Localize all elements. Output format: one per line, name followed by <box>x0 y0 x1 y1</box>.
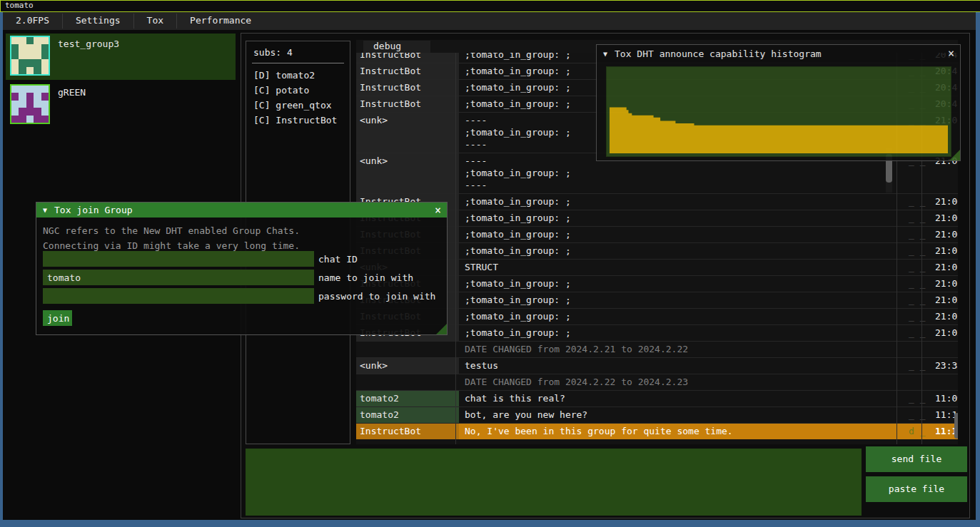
sidebar-item-test-group3[interactable]: test_group3 <box>6 34 236 80</box>
collapse-icon[interactable]: ▼ <box>43 206 47 214</box>
message-text: ;tomato_in_group: ; <box>459 243 904 259</box>
chat-row[interactable]: tomato2bot, are you new here?_ _11:14 <box>356 406 958 423</box>
menu-item-tox[interactable]: Tox <box>134 12 176 30</box>
subs-item-potato[interactable]: [C] potato <box>246 83 350 98</box>
message-flags: _ _ <box>904 292 932 308</box>
message-text: ;tomato_in_group: ; <box>459 227 904 242</box>
avatar-pixel <box>11 37 19 44</box>
message-flags: d _ <box>904 424 932 439</box>
subs-header: subs: 4 <box>253 47 350 58</box>
group-name: gREEN <box>58 87 86 123</box>
avatar-pixel <box>19 93 26 100</box>
avatar-pixel <box>19 67 26 74</box>
peer-name: potato <box>276 85 309 96</box>
date-row[interactable]: DATE CHANGED from 2024.2.21 to 2024.2.22 <box>356 341 958 357</box>
subs-item-green-qtox[interactable]: [C] green_qtox <box>246 98 350 113</box>
avatar-pixel <box>26 116 34 123</box>
avatar-pixel <box>41 37 49 44</box>
message-flags: _ _ <box>904 227 932 242</box>
histogram-window-title-bar[interactable]: ▼ Tox DHT announce capability histogram … <box>597 45 960 62</box>
menu-item-performance[interactable]: Performance <box>177 12 264 30</box>
window-frame-right <box>976 12 980 527</box>
avatar-pixel <box>26 44 34 51</box>
join-group-window[interactable]: ▼ Tox join Group × NGC refers to the New… <box>36 202 448 335</box>
peer-name: tomato2 <box>276 70 315 81</box>
send-file-button[interactable]: send file <box>866 446 967 472</box>
histogram-window[interactable]: ▼ Tox DHT announce capability histogram … <box>596 44 961 161</box>
menu-item-settings[interactable]: Settings <box>63 12 133 30</box>
avatar-pixel <box>11 67 19 74</box>
avatar-pixel <box>19 101 26 108</box>
sender-name: tomato2 <box>356 407 459 423</box>
message-flags: _ _ <box>904 276 932 292</box>
sidebar-item-green[interactable]: gREEN <box>6 82 236 123</box>
avatar-pixel <box>26 59 34 66</box>
avatar-pixel <box>19 116 26 123</box>
join-name-label: name to join with <box>318 272 413 283</box>
message-flags: _ _ <box>904 210 932 226</box>
chat-row[interactable]: <unk>testus_ _23:38 <box>356 357 958 374</box>
subs-item-tomato2[interactable]: [D] tomato2 <box>246 68 350 83</box>
join-name-input[interactable] <box>43 270 314 285</box>
sender-name: InstructBot <box>356 424 459 439</box>
menu-bar: 2.0FPS Settings Tox Performance <box>3 12 976 30</box>
sender-name <box>356 374 459 390</box>
join-info-line1: NGC refers to the New DHT enabled Group … <box>43 223 447 238</box>
message-text: No, I've been in this group for quite so… <box>459 424 904 439</box>
histogram-bars <box>607 67 951 156</box>
resize-grip-icon[interactable] <box>436 324 447 334</box>
message-input[interactable] <box>246 449 862 516</box>
message-time: 21:01 <box>932 276 958 292</box>
avatar-pixel <box>19 52 26 59</box>
message-flags <box>904 342 932 357</box>
avatar-pixel <box>19 108 26 115</box>
collapse-icon[interactable]: ▼ <box>603 50 607 58</box>
chat-row[interactable]: InstructBotNo, I've been in this group f… <box>356 423 958 439</box>
subs-item-instructbot[interactable]: [C] InstructBot <box>246 113 350 128</box>
peer-name: InstructBot <box>276 115 337 126</box>
chat-scrollbar-thumb[interactable] <box>954 413 958 439</box>
avatar-pixel <box>19 44 26 51</box>
message-flags: _ _ <box>904 309 932 324</box>
chat-id-input[interactable] <box>43 251 314 267</box>
avatar-pixel <box>34 59 41 66</box>
message-time: 11:09 <box>932 391 958 406</box>
avatar-pixel <box>26 67 34 74</box>
message-text: bot, are you new here? <box>459 407 904 423</box>
window-title-bar: tomato <box>0 0 980 12</box>
message-flags: _ _ <box>904 391 932 406</box>
avatar-pixel <box>11 86 19 93</box>
avatar-pixel <box>26 93 34 100</box>
message-text: chat is this real? <box>459 391 904 406</box>
resize-grip-icon[interactable] <box>949 150 960 160</box>
date-row[interactable]: DATE CHANGED from 2024.2.22 to 2024.2.23 <box>356 374 958 390</box>
avatar-pixel <box>41 52 49 59</box>
app-window: tomato 2.0FPS Settings Tox Performance t… <box>0 0 980 527</box>
avatar-pixel <box>41 93 49 100</box>
message-time: 21:02 <box>932 325 958 341</box>
paste-file-button[interactable]: paste file <box>866 476 967 502</box>
close-icon[interactable]: × <box>948 47 954 60</box>
message-text: ;tomato_in_group: ; <box>459 194 904 210</box>
peer-tag: [D] <box>253 70 270 81</box>
avatar-pixel <box>41 86 49 93</box>
close-icon[interactable]: × <box>435 204 441 217</box>
tab-debug[interactable]: debug <box>363 41 430 53</box>
date-changed-text: DATE CHANGED from 2024.2.22 to 2024.2.23 <box>459 374 904 390</box>
chat-id-row: chat ID <box>43 251 358 267</box>
group-avatar <box>10 36 50 76</box>
join-window-title-bar[interactable]: ▼ Tox join Group × <box>36 203 447 218</box>
message-time: 21:02 <box>932 309 958 324</box>
avatar-pixel <box>41 44 49 51</box>
avatar-pixel <box>34 116 41 123</box>
menu-item-fps[interactable]: 2.0FPS <box>3 12 62 30</box>
message-flags <box>904 374 932 390</box>
column-separator <box>455 40 456 444</box>
sender-name: InstructBot <box>356 96 459 112</box>
chat-row[interactable]: tomato2chat is this real?_ _11:09 <box>356 390 958 406</box>
join-name-row: name to join with <box>43 270 413 285</box>
join-button[interactable]: join <box>43 310 72 326</box>
group-avatar <box>10 84 50 124</box>
join-password-input[interactable] <box>43 288 314 304</box>
avatar-pixel <box>26 86 34 93</box>
